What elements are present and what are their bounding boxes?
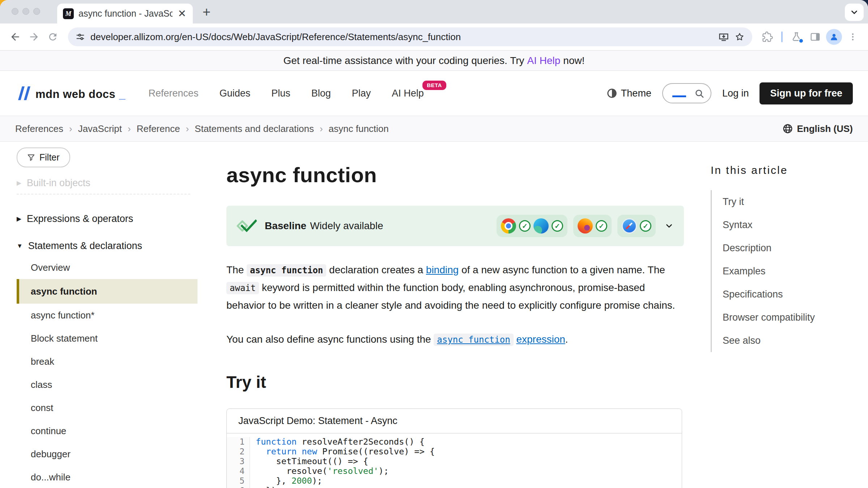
- extensions-button[interactable]: [760, 29, 775, 45]
- search-input[interactable]: [662, 83, 711, 103]
- side-panel-button[interactable]: [807, 29, 823, 45]
- minimize-window-button[interactable]: [22, 8, 29, 15]
- sidebar-item-const[interactable]: const: [17, 396, 197, 419]
- url-bar[interactable]: developer.allizom.org/en-US/docs/Web/Jav…: [68, 27, 752, 46]
- forward-icon: [28, 31, 40, 43]
- sidebar-item-continue[interactable]: continue: [17, 419, 197, 442]
- sidebar-section-built-in-objects[interactable]: ▶ Built-in objects: [17, 177, 203, 189]
- close-tab-icon[interactable]: ✕: [177, 9, 187, 19]
- labs-button[interactable]: [788, 29, 804, 45]
- baseline-expand-chevron-icon[interactable]: [664, 221, 674, 231]
- baseline-status: Widely available: [310, 220, 383, 232]
- mdn-logo-underscore: _: [119, 88, 125, 101]
- line-number: 5: [227, 476, 250, 486]
- breadcrumb-item-javascript[interactable]: JavaScript: [78, 123, 122, 134]
- kebab-menu-icon: [848, 32, 858, 42]
- filter-label: Filter: [39, 152, 60, 163]
- new-tab-button[interactable]: +: [203, 5, 210, 19]
- nav-item-guides[interactable]: Guides: [220, 88, 251, 99]
- intro-paragraph: The async function declaration creates a…: [226, 261, 684, 314]
- person-icon: [829, 32, 839, 42]
- nav-item-plus[interactable]: Plus: [271, 88, 290, 99]
- toc-list: Try it Syntax Description Examples Speci…: [711, 190, 854, 352]
- labs-notification-dot: [799, 38, 804, 43]
- reload-button[interactable]: [45, 29, 61, 45]
- toc-item-description[interactable]: Description: [712, 236, 854, 260]
- chrome-icon: [501, 218, 516, 234]
- code-line: 1function resolveAfter2Seconds() {: [227, 437, 682, 447]
- toc-item-syntax[interactable]: Syntax: [712, 213, 854, 236]
- sidebar-item-async-function-star[interactable]: async function*: [17, 304, 197, 327]
- mdn-favicon: M: [63, 8, 74, 19]
- mdn-logo[interactable]: mdn web docs _: [15, 86, 125, 101]
- nav-item-references[interactable]: References: [149, 88, 199, 99]
- site-settings-icon[interactable]: [75, 32, 85, 42]
- theme-toggle[interactable]: Theme: [607, 88, 651, 99]
- login-link[interactable]: Log in: [722, 88, 749, 99]
- reload-icon: [47, 31, 58, 42]
- code-text[interactable]: function resolveAfter2Seconds() {: [250, 437, 425, 447]
- zoom-window-button[interactable]: [33, 8, 40, 15]
- bookmark-star-icon[interactable]: [734, 31, 745, 42]
- signup-button[interactable]: Sign up for free: [760, 82, 853, 104]
- sidebar-fade-divider: [17, 194, 190, 194]
- toc-item-browser-compatibility[interactable]: Browser compatibility: [712, 306, 854, 329]
- code-text[interactable]: resolve('resolved');: [250, 466, 389, 476]
- sidebar-item-debugger[interactable]: debugger: [17, 442, 197, 466]
- interactive-demo: JavaScript Demo: Statement - Async 1func…: [226, 408, 682, 488]
- baseline-label: Baseline: [265, 220, 306, 232]
- sidebar-item-async-function[interactable]: async function: [17, 279, 197, 304]
- code-text[interactable]: return new Promise((resolve) => {: [250, 447, 435, 457]
- ai-help-banner-link[interactable]: AI Help: [527, 55, 561, 67]
- breadcrumb-item-reference[interactable]: Reference: [137, 123, 180, 134]
- safari-support-pill: ✓: [617, 215, 656, 237]
- demo-title: JavaScript Demo: Statement - Async: [227, 409, 682, 433]
- url-text[interactable]: developer.allizom.org/en-US/docs/Web/Jav…: [90, 31, 713, 43]
- toc-item-try-it[interactable]: Try it: [712, 190, 854, 213]
- code-text[interactable]: });: [250, 486, 281, 488]
- back-button[interactable]: [7, 29, 23, 45]
- sidebar-item-class[interactable]: class: [17, 373, 197, 396]
- theme-label: Theme: [621, 88, 651, 99]
- expression-link[interactable]: expression: [516, 334, 565, 345]
- breadcrumb-separator: ›: [186, 123, 189, 134]
- sidebar-section-statements[interactable]: ▼ Statements & declarations: [17, 240, 203, 252]
- article: async function Baseline Widely available…: [226, 142, 684, 488]
- nav-item-blog[interactable]: Blog: [311, 88, 331, 99]
- baseline-widget[interactable]: Baseline Widely available ✓ ✓ ✓: [226, 206, 684, 246]
- language-selector[interactable]: English (US): [782, 123, 853, 134]
- sidebar-item-break[interactable]: break: [17, 350, 197, 373]
- forward-button[interactable]: [26, 29, 42, 45]
- baseline-logo-icon: [237, 219, 257, 232]
- theme-icon: [607, 88, 617, 99]
- line-number: 3: [227, 457, 250, 466]
- code-line: 5 }, 2000);: [227, 476, 682, 486]
- breadcrumb-item-statements[interactable]: Statements and declarations: [195, 123, 314, 134]
- browser-menu-button[interactable]: [845, 29, 861, 45]
- code-editor[interactable]: 1function resolveAfter2Seconds() { 2 ret…: [227, 433, 682, 488]
- tab-search-chevron[interactable]: [845, 4, 864, 21]
- side-panel-icon: [810, 31, 821, 42]
- toc-item-specifications[interactable]: Specifications: [712, 283, 854, 306]
- sidebar-section-expressions[interactable]: ▶ Expressions & operators: [17, 213, 203, 224]
- search-icon[interactable]: [694, 88, 705, 99]
- browser-tab[interactable]: M async function - JavaScript | ✕: [57, 4, 193, 23]
- binding-link[interactable]: binding: [426, 264, 459, 275]
- beta-badge: BETA: [422, 81, 446, 90]
- async-function-expression-code-link[interactable]: async function: [434, 334, 513, 346]
- profile-avatar[interactable]: [826, 29, 842, 45]
- code-text[interactable]: }, 2000);: [250, 476, 322, 486]
- nav-item-play[interactable]: Play: [352, 88, 371, 99]
- filter-button[interactable]: Filter: [17, 147, 70, 167]
- sidebar-item-list: Overview async function async function* …: [17, 256, 203, 488]
- close-window-button[interactable]: [12, 8, 18, 15]
- code-text[interactable]: setTimeout(() => {: [250, 457, 368, 466]
- install-app-icon[interactable]: [718, 31, 729, 42]
- sidebar-item-overview[interactable]: Overview: [17, 256, 197, 279]
- breadcrumb-item-references[interactable]: References: [15, 123, 63, 134]
- toc-item-see-also[interactable]: See also: [712, 329, 854, 352]
- sidebar-item-block-statement[interactable]: Block statement: [17, 327, 197, 350]
- nav-item-ai-help[interactable]: AI Help BETA: [392, 88, 424, 99]
- sidebar-item-do-while[interactable]: do...while: [17, 466, 197, 488]
- toc-item-examples[interactable]: Examples: [712, 260, 854, 283]
